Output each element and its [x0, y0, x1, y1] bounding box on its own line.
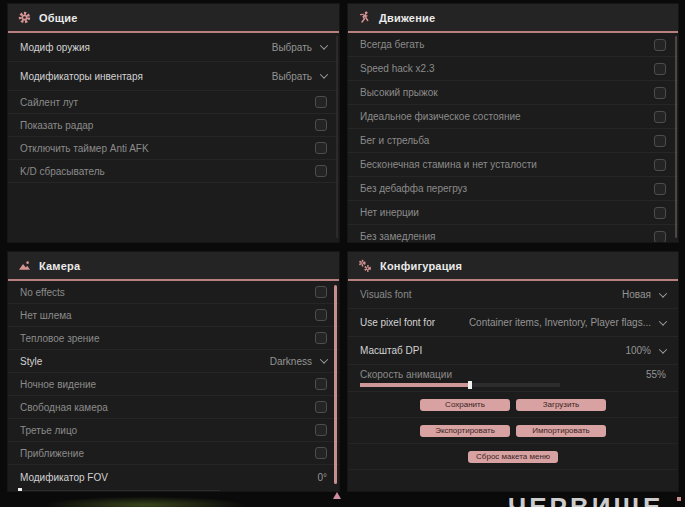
checkbox[interactable]	[654, 231, 666, 243]
row-checkbox[interactable]: Тепловое зрение	[8, 327, 339, 350]
row-checkbox[interactable]: Без замедления	[348, 225, 678, 242]
row-label: Всегда бегать	[360, 39, 424, 50]
panel-camera-header[interactable]: Камера	[8, 252, 339, 281]
row-checkbox[interactable]: Приближение	[8, 442, 339, 465]
action-button[interactable]: Сохранить	[420, 399, 510, 411]
scrollbar[interactable]	[336, 36, 338, 238]
map-marker-dot-icon	[677, 497, 681, 501]
button-row: СохранитьЗагрузить	[348, 392, 678, 418]
dropdown-value: Выбрать	[272, 42, 312, 53]
slider-fill	[360, 383, 470, 387]
dropdown[interactable]: 100%	[625, 345, 666, 356]
checkbox[interactable]	[654, 183, 666, 195]
row-checkbox[interactable]: Показать радар	[8, 114, 339, 137]
panel-movement: Движение Всегда бегатьSpeed hack x2.3Выс…	[348, 4, 678, 242]
chevron-down-icon	[659, 317, 667, 325]
panel-config: Конфигурация Visuals fontНоваяUse pixel …	[348, 252, 678, 491]
row-checkbox[interactable]: Без дебаффа перегруз	[348, 177, 678, 201]
row-checkbox[interactable]: Нет инерции	[348, 201, 678, 225]
panel-title: Камера	[39, 260, 80, 272]
checkbox[interactable]	[654, 87, 666, 99]
row-label: Тепловое зрение	[20, 333, 100, 344]
panel-general: Общие Модиф оружияВыбратьМодификаторы ин…	[8, 4, 339, 242]
row-checkbox[interactable]: Бесконечная стамина и нет усталости	[348, 153, 678, 177]
slider-handle[interactable]	[468, 381, 472, 389]
row-checkbox[interactable]: Отключить таймер Anti AFK	[8, 137, 339, 160]
row-dropdown[interactable]: Модификаторы инвентаряВыбрать	[8, 62, 339, 91]
row-label: Третье лицо	[20, 425, 77, 436]
row-checkbox[interactable]: Идеальное физическое состояние	[348, 105, 678, 129]
row-dropdown[interactable]: Visuals fontНовая	[348, 281, 678, 309]
row-label: Свободная камера	[20, 402, 108, 413]
checkbox[interactable]	[315, 119, 327, 131]
action-button[interactable]: Сброс макета меню	[468, 451, 558, 463]
checkbox[interactable]	[654, 135, 666, 147]
dropdown-value: Выбрать	[272, 71, 312, 82]
checkbox[interactable]	[315, 286, 327, 298]
row-label: Бег и стрельба	[360, 135, 429, 146]
dropdown[interactable]: Выбрать	[272, 71, 327, 82]
row-checkbox[interactable]: Бег и стрельба	[348, 129, 678, 153]
action-button[interactable]: Экспортировать	[420, 425, 510, 437]
row-label: Без дебаффа перегруз	[360, 183, 467, 194]
panel-config-header[interactable]: Конфигурация	[348, 252, 678, 281]
action-button[interactable]: Загрузить	[516, 399, 606, 411]
action-button[interactable]: Импортировать	[516, 425, 606, 437]
checkbox[interactable]	[315, 309, 327, 321]
checkbox[interactable]	[315, 447, 327, 459]
dropdown[interactable]: Выбрать	[272, 42, 327, 53]
row-checkbox[interactable]: Ночное видение	[8, 373, 339, 396]
checkbox[interactable]	[654, 159, 666, 171]
checkbox[interactable]	[654, 111, 666, 123]
row-checkbox[interactable]: Нет шлема	[8, 304, 339, 327]
row-checkbox[interactable]: K/D сбрасыватель	[8, 160, 339, 183]
row-checkbox[interactable]: Свободная камера	[8, 396, 339, 419]
config-buttons-area: СохранитьЗагрузитьЭкспортироватьИмпортир…	[348, 392, 678, 470]
dropdown-value: Container items, Inventory, Player flags…	[469, 317, 651, 328]
row-checkbox[interactable]: Высокий прыжок	[348, 81, 678, 105]
checkbox[interactable]	[315, 424, 327, 436]
dropdown[interactable]: Container items, Inventory, Player flags…	[469, 317, 666, 328]
row-dropdown[interactable]: StyleDarkness	[8, 350, 339, 373]
row-label: K/D сбрасыватель	[20, 166, 105, 177]
row-label: Ночное видение	[20, 379, 96, 390]
checkbox[interactable]	[654, 63, 666, 75]
checkbox[interactable]	[654, 39, 666, 51]
row-label: Нет шлема	[20, 310, 72, 321]
checkbox[interactable]	[315, 96, 327, 108]
checkbox[interactable]	[654, 207, 666, 219]
gears-icon	[358, 259, 372, 273]
row-checkbox[interactable]: Сайлент лут	[8, 91, 339, 114]
row-label: Скорость анимации	[360, 369, 452, 380]
panel-general-header[interactable]: Общие	[8, 4, 339, 33]
scrollbar[interactable]	[675, 36, 677, 238]
panel-config-body: Visuals fontНоваяUse pixel font forConta…	[348, 281, 678, 491]
slider-handle[interactable]	[18, 488, 22, 491]
row-label: No effects	[20, 287, 65, 298]
row-dropdown[interactable]: Масштаб DPI100%	[348, 337, 678, 365]
row-label: Visuals font	[360, 289, 412, 300]
dropdown[interactable]: Darkness	[270, 356, 327, 367]
row-checkbox[interactable]: Всегда бегать	[348, 33, 678, 57]
slider[interactable]	[360, 383, 560, 387]
row-dropdown[interactable]: Use pixel font forContainer items, Inven…	[348, 309, 678, 337]
checkbox[interactable]	[315, 332, 327, 344]
image-icon	[18, 259, 31, 272]
button-row: ЭкспортироватьИмпортировать	[348, 418, 678, 444]
panel-movement-header[interactable]: Движение	[348, 4, 678, 33]
dropdown[interactable]: Новая	[622, 289, 666, 300]
row-dropdown[interactable]: Модиф оружияВыбрать	[8, 33, 339, 62]
checkbox[interactable]	[315, 378, 327, 390]
row-label: Идеальное физическое состояние	[360, 111, 521, 122]
scrollbar[interactable]	[334, 285, 337, 484]
panel-camera: Камера No effectsНет шлемаТепловое зрени…	[8, 252, 339, 491]
slider[interactable]	[20, 490, 220, 491]
slider-row: Модификатор FOV0°	[8, 465, 339, 491]
checkbox[interactable]	[315, 142, 327, 154]
row-checkbox[interactable]: Третье лицо	[8, 419, 339, 442]
row-checkbox[interactable]: Speed hack x2.3	[348, 57, 678, 81]
row-label: Модификатор FOV	[20, 472, 108, 483]
row-checkbox[interactable]: No effects	[8, 281, 339, 304]
checkbox[interactable]	[315, 165, 327, 177]
checkbox[interactable]	[315, 401, 327, 413]
